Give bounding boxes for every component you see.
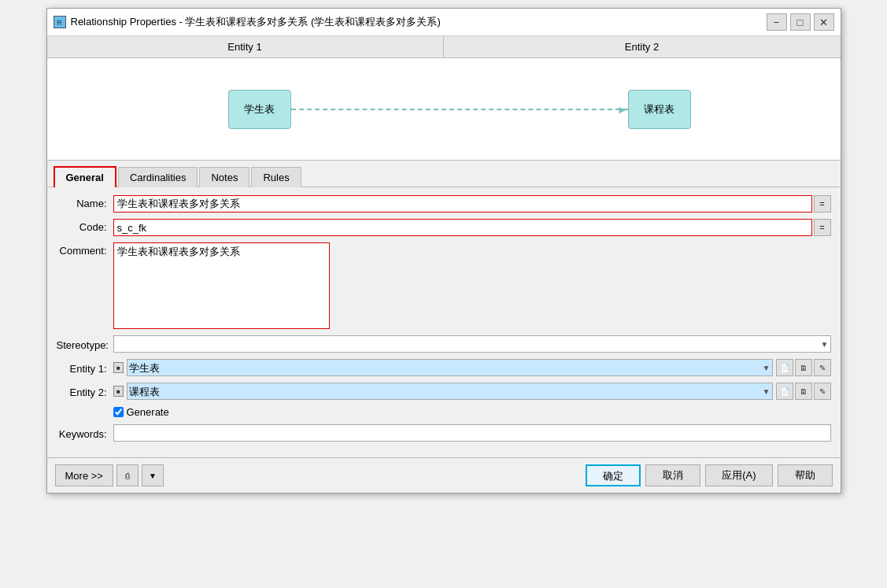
connector-line: [291, 109, 628, 110]
diagram-area: 学生表 ► 课程表: [47, 58, 841, 161]
code-input-wrapper: =: [113, 219, 831, 236]
title-bar: R Relationship Properties - 学生表和课程表多对多关系…: [47, 9, 841, 36]
maximize-button[interactable]: □: [790, 13, 811, 31]
close-button[interactable]: ✕: [814, 13, 834, 31]
entity2-diagram-box: 课程表: [628, 90, 691, 129]
entity2-label: Entity 2:: [57, 384, 113, 398]
more-button[interactable]: More >>: [55, 464, 113, 486]
generate-row: Generate: [113, 406, 831, 418]
entity2-row: Entity 2: ■ 课程表 ▼ 📄 🗎 ✎: [57, 383, 831, 400]
apply-button[interactable]: 应用(A): [705, 464, 772, 486]
title-bar-left: R Relationship Properties - 学生表和课程表多对多关系…: [54, 15, 441, 29]
tab-general[interactable]: General: [54, 166, 116, 187]
name-eq-button[interactable]: =: [814, 195, 831, 213]
name-row: Name: =: [57, 195, 831, 213]
bottom-left-controls: More >> ⎙ ▼: [55, 464, 164, 486]
code-row: Code: =: [57, 219, 831, 236]
stereotype-select[interactable]: [113, 335, 831, 353]
stereotype-select-wrapper: ▼: [113, 335, 831, 353]
minimize-button[interactable]: −: [767, 13, 787, 31]
entity2-table-icon: ■: [113, 386, 124, 397]
main-window: R Relationship Properties - 学生表和课程表多对多关系…: [46, 8, 841, 494]
bottom-bar: More >> ⎙ ▼ 确定 取消 应用(A) 帮助: [47, 457, 841, 493]
form-body: Name: = Code: = Comment: 学生表和课程表多对多关系 St…: [47, 187, 841, 457]
entity1-table-icon: ■: [113, 362, 124, 373]
code-label: Code:: [57, 219, 113, 233]
name-label: Name:: [57, 195, 113, 209]
entity-header: Entity 1 Entity 2: [47, 36, 841, 58]
entity1-diagram-box: 学生表: [228, 90, 291, 129]
entity2-props-button[interactable]: ✎: [814, 383, 831, 400]
entity1-label: Entity 1:: [57, 361, 113, 375]
connector-arrow: ►: [617, 103, 628, 116]
print-button[interactable]: ⎙: [116, 464, 139, 486]
entity2-browse-button[interactable]: 📄: [776, 383, 793, 400]
dropdown-btn[interactable]: ▼: [142, 464, 164, 486]
entity1-add-button[interactable]: 🗎: [795, 359, 812, 376]
entity1-browse-button[interactable]: 📄: [776, 359, 793, 376]
entity2-add-button[interactable]: 🗎: [795, 383, 812, 400]
entity2-diagram-label: 课程表: [644, 102, 674, 116]
tabs-row: General Cardinalities Notes Rules: [47, 161, 841, 187]
code-input[interactable]: [113, 219, 812, 236]
keywords-label: Keywords:: [57, 426, 113, 440]
name-input[interactable]: [113, 195, 812, 213]
generate-checkbox[interactable]: [113, 407, 124, 417]
keywords-input[interactable]: [113, 424, 831, 442]
entity2-select-wrapper: ■ 课程表 ▼: [113, 383, 773, 400]
confirm-button[interactable]: 确定: [586, 464, 641, 486]
stereotype-label: Stereotype:: [57, 337, 113, 351]
keywords-row: Keywords:: [57, 424, 831, 442]
entity1-select-wrapper: ■ 学生表 ▼: [113, 359, 773, 376]
tab-notes[interactable]: Notes: [199, 167, 249, 187]
comment-row: Comment: 学生表和课程表多对多关系: [57, 242, 831, 329]
name-input-wrapper: =: [113, 195, 831, 213]
window-icon: R: [54, 16, 66, 28]
entity1-select[interactable]: 学生表: [127, 359, 772, 376]
tab-rules[interactable]: Rules: [251, 167, 301, 187]
code-eq-button[interactable]: =: [814, 219, 831, 236]
entity2-action-btns: 📄 🗎 ✎: [776, 383, 831, 400]
comment-textarea[interactable]: 学生表和课程表多对多关系: [113, 242, 330, 329]
entity2-select[interactable]: 课程表: [127, 383, 772, 400]
entity1-props-button[interactable]: ✎: [814, 359, 831, 376]
window-title: Relationship Properties - 学生表和课程表多对多关系 (…: [71, 15, 441, 29]
generate-label: Generate: [127, 406, 169, 418]
stereotype-row: Stereotype: ▼: [57, 335, 831, 353]
tab-cardinalities[interactable]: Cardinalities: [118, 167, 198, 187]
entity1-action-btns: 📄 🗎 ✎: [776, 359, 831, 376]
comment-label: Comment:: [57, 242, 113, 257]
entity2-header: Entity 2: [444, 36, 841, 57]
entity1-row: Entity 1: ■ 学生表 ▼ 📄 🗎 ✎: [57, 359, 831, 376]
title-controls: − □ ✕: [767, 13, 834, 31]
entity1-diagram-label: 学生表: [244, 102, 275, 116]
cancel-button[interactable]: 取消: [645, 464, 700, 486]
entity1-header: Entity 1: [47, 36, 444, 57]
help-button[interactable]: 帮助: [778, 464, 833, 486]
